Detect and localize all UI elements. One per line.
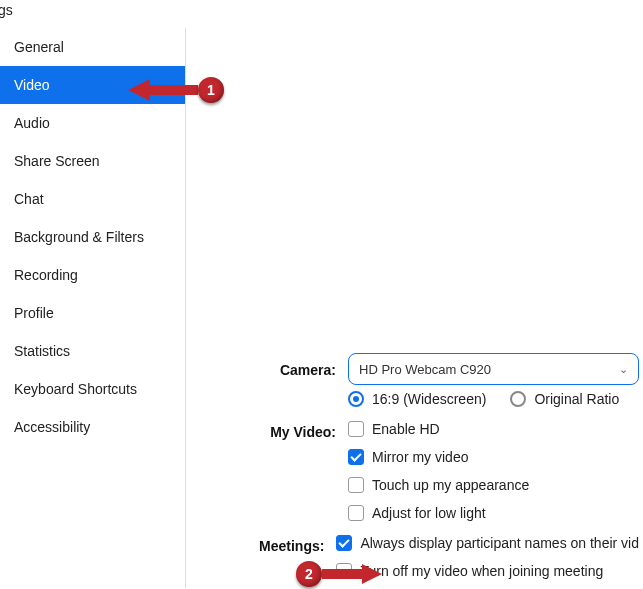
sidebar-item-label: General bbox=[14, 39, 64, 55]
checkbox-icon bbox=[336, 535, 352, 551]
aspect-ratio-original[interactable]: Original Ratio bbox=[510, 391, 619, 407]
checkbox-icon bbox=[336, 563, 352, 579]
option-label: Always display participant names on thei… bbox=[360, 535, 639, 551]
option-label: Adjust for low light bbox=[372, 505, 486, 521]
my-video-label: My Video: bbox=[188, 415, 348, 440]
option-label: Enable HD bbox=[372, 421, 440, 437]
window-title-fragment: gs bbox=[0, 2, 13, 18]
enable-hd-checkbox[interactable]: Enable HD bbox=[348, 421, 440, 437]
option-label: Mirror my video bbox=[372, 449, 468, 465]
camera-select-value: HD Pro Webcam C920 bbox=[359, 362, 491, 377]
option-label: Touch up my appearance bbox=[372, 477, 529, 493]
option-label: Original Ratio bbox=[534, 391, 619, 407]
sidebar-item-label: Video bbox=[14, 77, 50, 93]
radio-icon bbox=[510, 391, 526, 407]
sidebar-item-label: Background & Filters bbox=[14, 229, 144, 245]
chevron-down-icon: ⌄ bbox=[619, 363, 628, 376]
mirror-video-checkbox[interactable]: Mirror my video bbox=[348, 449, 468, 465]
sidebar-item-video[interactable]: Video bbox=[0, 66, 185, 104]
camera-label: Camera: bbox=[188, 353, 348, 378]
sidebar-item-keyboard-shortcuts[interactable]: Keyboard Shortcuts bbox=[0, 370, 185, 408]
sidebar-item-statistics[interactable]: Statistics bbox=[0, 332, 185, 370]
checkbox-icon bbox=[348, 477, 364, 493]
checkbox-icon bbox=[348, 449, 364, 465]
turn-off-video-checkbox[interactable]: Turn off my video when joining meeting bbox=[336, 563, 603, 579]
sidebar-item-accessibility[interactable]: Accessibility bbox=[0, 408, 185, 446]
checkbox-icon bbox=[348, 421, 364, 437]
camera-select[interactable]: HD Pro Webcam C920 ⌄ bbox=[348, 353, 639, 385]
sidebar-item-audio[interactable]: Audio bbox=[0, 104, 185, 142]
sidebar-item-recording[interactable]: Recording bbox=[0, 256, 185, 294]
meetings-label: Meetings: bbox=[188, 529, 336, 554]
aspect-ratio-16-9[interactable]: 16:9 (Widescreen) bbox=[348, 391, 486, 407]
touch-up-checkbox[interactable]: Touch up my appearance bbox=[348, 477, 529, 493]
sidebar-item-chat[interactable]: Chat bbox=[0, 180, 185, 218]
sidebar-item-label: Share Screen bbox=[14, 153, 100, 169]
display-names-checkbox[interactable]: Always display participant names on thei… bbox=[336, 535, 639, 551]
settings-content: Camera: HD Pro Webcam C920 ⌄ 16:9 (Wides… bbox=[188, 28, 643, 589]
sidebar-item-label: Chat bbox=[14, 191, 44, 207]
sidebar-item-label: Statistics bbox=[14, 343, 70, 359]
sidebar-item-background-filters[interactable]: Background & Filters bbox=[0, 218, 185, 256]
option-label: 16:9 (Widescreen) bbox=[372, 391, 486, 407]
sidebar-item-label: Profile bbox=[14, 305, 54, 321]
low-light-checkbox[interactable]: Adjust for low light bbox=[348, 505, 486, 521]
checkbox-icon bbox=[348, 505, 364, 521]
sidebar-item-label: Recording bbox=[14, 267, 78, 283]
option-label: Turn off my video when joining meeting bbox=[360, 563, 603, 579]
settings-sidebar: General Video Audio Share Screen Chat Ba… bbox=[0, 28, 186, 588]
sidebar-item-label: Accessibility bbox=[14, 419, 90, 435]
sidebar-item-label: Keyboard Shortcuts bbox=[14, 381, 137, 397]
sidebar-item-general[interactable]: General bbox=[0, 28, 185, 66]
sidebar-item-profile[interactable]: Profile bbox=[0, 294, 185, 332]
radio-icon bbox=[348, 391, 364, 407]
sidebar-item-share-screen[interactable]: Share Screen bbox=[0, 142, 185, 180]
sidebar-item-label: Audio bbox=[14, 115, 50, 131]
